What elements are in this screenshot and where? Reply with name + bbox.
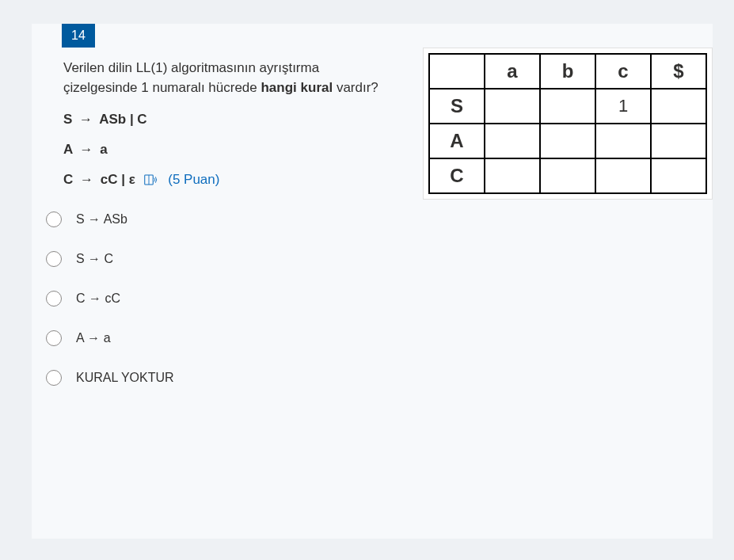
rule3-rhs: cC | ε <box>101 172 135 187</box>
table-row: S 1 <box>429 89 706 124</box>
cell <box>651 89 706 124</box>
cell <box>540 89 595 124</box>
parse-table-image: a b c $ S 1 A C <box>423 48 713 200</box>
option-label: S → ASb <box>76 212 127 227</box>
option-label: A → a <box>76 331 111 345</box>
option-1[interactable]: S → ASb <box>46 211 713 227</box>
cell <box>485 89 540 124</box>
cell <box>595 158 651 193</box>
qtext-part-c: vardır? <box>333 80 378 95</box>
question-number: 14 <box>62 24 95 48</box>
arrow-icon: → <box>80 172 93 187</box>
option-5[interactable]: KURAL YOKTUR <box>46 370 713 386</box>
option-label: S → C <box>76 252 113 266</box>
rule1-lhs: S <box>63 112 72 127</box>
cell <box>651 124 706 158</box>
radio-icon[interactable] <box>46 291 62 307</box>
col-header-c: c <box>595 54 651 89</box>
radio-icon[interactable] <box>46 211 62 227</box>
cell <box>540 124 595 158</box>
radio-icon[interactable] <box>46 370 62 386</box>
option-4[interactable]: A → a <box>46 330 713 346</box>
options-group: S → ASb S → C C → cC A → a KURAL YOKTUR <box>46 211 713 386</box>
cell <box>485 124 540 158</box>
row-header-a: A <box>429 124 485 158</box>
row-header-c: C <box>429 158 485 193</box>
radio-icon[interactable] <box>46 251 62 267</box>
cell: 1 <box>595 89 651 124</box>
arrow-icon: → <box>79 142 93 157</box>
rule3-lhs: C <box>63 172 73 187</box>
col-header-dollar: $ <box>651 54 706 89</box>
rule2-lhs: A <box>63 142 73 157</box>
immersive-reader-icon[interactable] <box>144 173 158 185</box>
cell <box>595 124 651 158</box>
radio-icon[interactable] <box>46 330 62 346</box>
option-3[interactable]: C → cC <box>46 291 713 307</box>
col-header-b: b <box>540 54 595 89</box>
row-header-s: S <box>429 89 485 124</box>
cell <box>651 158 706 193</box>
parse-table: a b c $ S 1 A C <box>428 53 707 194</box>
rule2-rhs: a <box>100 142 107 157</box>
arrow-icon: → <box>79 112 93 127</box>
rule1-rhs: ASb | C <box>99 112 146 127</box>
points-label: (5 Puan) <box>168 172 219 187</box>
option-label: C → cC <box>76 291 120 306</box>
cell <box>540 158 595 193</box>
option-label: KURAL YOKTUR <box>76 371 174 385</box>
table-corner <box>429 54 485 89</box>
table-row: A <box>429 124 706 158</box>
qtext-part-b: hangi kural <box>261 80 333 95</box>
question-text: Verilen dilin LL(1) algoritmasının ayrış… <box>63 59 380 97</box>
cell <box>485 158 540 193</box>
table-row: C <box>429 158 706 193</box>
question-card: 14 Verilen dilin LL(1) algoritmasının ay… <box>32 24 713 539</box>
option-2[interactable]: S → C <box>46 251 713 267</box>
col-header-a: a <box>485 54 540 89</box>
